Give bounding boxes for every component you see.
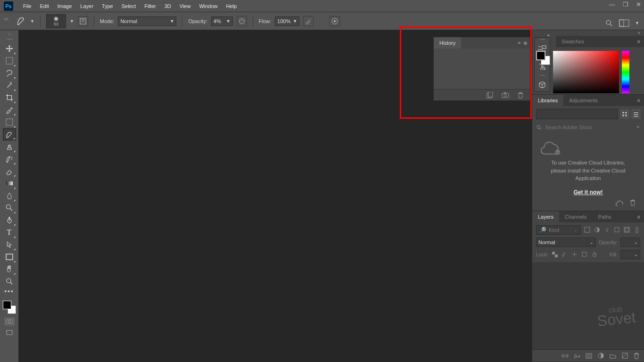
menu-layer[interactable]: Layer (76, 3, 98, 9)
layers-tab[interactable]: Layers (532, 211, 559, 222)
rectangular-marquee-tool[interactable] (3, 55, 16, 67)
library-select-dropdown[interactable] (536, 109, 618, 119)
lock-all-icon[interactable] (591, 251, 598, 258)
layer-opacity-input[interactable]: ⌄ (620, 238, 640, 247)
history-tab[interactable]: History (434, 37, 461, 49)
menu-select[interactable]: Select (117, 3, 140, 9)
quick-mask-toggle[interactable] (5, 318, 14, 325)
color-field[interactable] (553, 51, 619, 93)
collapse-icon[interactable]: » (518, 40, 520, 47)
blend-mode-dropdown[interactable]: Normal⌄ (536, 238, 596, 247)
filter-smartobj-icon[interactable] (623, 226, 630, 233)
history-brush-tool[interactable] (3, 153, 16, 165)
search-icon[interactable] (605, 19, 613, 27)
clone-stamp-tool[interactable] (3, 140, 16, 153)
panel-grip[interactable]: ┉┉┉ (535, 74, 550, 78)
chevron-down-icon[interactable]: ▼ (636, 125, 640, 130)
zoom-tool[interactable] (3, 275, 16, 288)
color-fgbg-swatch[interactable] (536, 51, 550, 65)
eyedropper-tool[interactable] (3, 104, 16, 116)
layer-fill-input[interactable]: ⌄ (620, 250, 640, 259)
close-button[interactable]: ✕ (636, 1, 641, 8)
lock-pixels-icon[interactable] (561, 251, 568, 258)
layer-mask-icon[interactable] (586, 353, 592, 359)
layer-style-icon[interactable]: fx▾ (574, 353, 580, 359)
gradient-tool[interactable] (3, 177, 16, 189)
panel-handle[interactable]: » (2, 32, 17, 36)
group-icon[interactable] (610, 353, 616, 359)
blur-tool[interactable] (3, 189, 16, 202)
layers-list[interactable]: club Sovet (532, 262, 644, 350)
blend-mode-dropdown[interactable]: Normal ▼ (118, 16, 176, 26)
foreground-background-colors[interactable] (3, 301, 16, 314)
path-selection-tool[interactable] (3, 239, 16, 251)
menu-type[interactable]: Type (98, 3, 117, 9)
rectangle-tool[interactable] (3, 251, 16, 263)
filter-type-icon[interactable]: T (603, 226, 611, 233)
3d-panel-icon[interactable] (535, 78, 550, 91)
stock-search-input[interactable] (545, 124, 633, 130)
filter-pixel-icon[interactable] (584, 226, 591, 233)
filter-toggle-icon[interactable] (633, 226, 640, 233)
canvas-area[interactable]: « History » ≡ ┉┉┉ ┉┉┉ ┉┉┉ (19, 30, 532, 362)
opacity-input[interactable]: 4% ▼ (211, 16, 233, 26)
brush-preset-picker[interactable]: 53 (46, 14, 66, 28)
adjustment-layer-icon[interactable] (598, 353, 604, 359)
menu-3d[interactable]: 3D (160, 3, 175, 9)
frame-tool[interactable] (3, 116, 16, 128)
link-layers-icon[interactable] (561, 353, 569, 359)
lasso-tool[interactable] (3, 67, 16, 79)
new-layer-icon[interactable] (622, 353, 628, 359)
get-it-now-link[interactable]: Get it now! (574, 188, 603, 197)
panel-menu-icon[interactable]: ≡ (634, 214, 644, 220)
layer-filter-kind[interactable]: 🔎 Kind ⌄ (536, 225, 581, 235)
pen-tool[interactable] (3, 214, 16, 226)
grid-view-icon[interactable] (620, 110, 629, 118)
menu-window[interactable]: Window (195, 3, 222, 9)
lock-position-icon[interactable] (571, 251, 578, 258)
flow-input[interactable]: 100% ▼ (275, 16, 299, 26)
panel-menu-icon[interactable]: ≡ (634, 98, 644, 103)
snapshot-icon[interactable] (502, 92, 509, 98)
magic-wand-tool[interactable] (3, 79, 16, 91)
trash-icon[interactable] (630, 199, 636, 206)
eraser-tool[interactable] (3, 165, 16, 177)
foreground-color-swatch[interactable] (3, 301, 11, 309)
history-list[interactable] (434, 49, 530, 89)
menu-image[interactable]: Image (53, 3, 76, 9)
channels-tab[interactable]: Channels (559, 211, 592, 222)
dodge-tool[interactable] (3, 202, 16, 214)
lock-transparency-icon[interactable] (551, 251, 558, 258)
libraries-tab[interactable]: Libraries (532, 95, 563, 106)
hand-tool[interactable] (3, 263, 16, 275)
filter-shape-icon[interactable] (613, 226, 620, 233)
airbrush-toggle[interactable] (303, 16, 314, 26)
list-view-icon[interactable] (632, 110, 640, 118)
restore-button[interactable]: ❐ (623, 1, 628, 8)
panel-menu-icon[interactable]: ≡ (523, 40, 527, 47)
edit-toolbar[interactable]: ••• (4, 288, 14, 296)
filter-adjust-icon[interactable] (594, 226, 601, 233)
stock-search[interactable]: ▼ (536, 122, 640, 132)
trash-icon[interactable] (634, 353, 639, 359)
chevron-down-icon[interactable]: ▼ (70, 19, 74, 24)
foreground-color-swatch[interactable] (536, 51, 545, 60)
menu-help[interactable]: Help (222, 3, 241, 9)
type-tool[interactable]: T (3, 226, 16, 239)
chevron-down-icon[interactable]: ▼ (30, 19, 34, 24)
brush-tool[interactable] (3, 128, 16, 140)
brush-panel-toggle[interactable] (78, 16, 88, 26)
pressure-size-toggle[interactable] (330, 16, 340, 26)
new-doc-from-state-icon[interactable] (486, 92, 493, 99)
menu-filter[interactable]: Filter (140, 3, 160, 9)
panel-grip[interactable]: ┉┉┉ (535, 38, 550, 42)
swatches-tab[interactable]: Swatches (556, 36, 590, 47)
pressure-opacity-toggle[interactable] (237, 16, 247, 26)
adjustments-tab[interactable]: Adjustments (563, 95, 603, 106)
move-tool[interactable] (3, 42, 16, 55)
panel-grip[interactable]: ┉┉┉ (2, 37, 17, 41)
hue-slider[interactable] (622, 51, 629, 93)
menu-file[interactable]: File (19, 3, 36, 9)
chevron-down-icon[interactable]: ▼ (635, 21, 639, 25)
paths-tab[interactable]: Paths (593, 211, 617, 222)
